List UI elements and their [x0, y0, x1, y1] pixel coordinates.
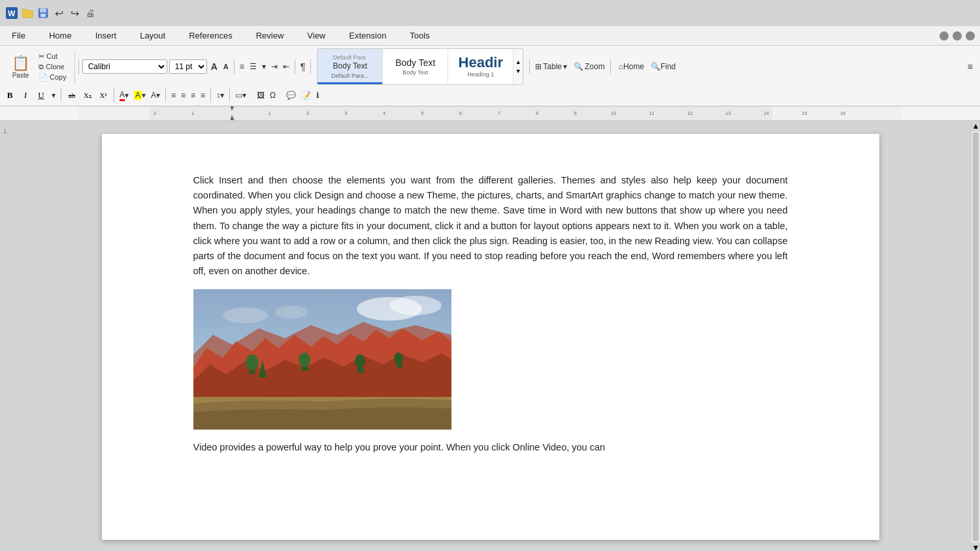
superscript-button[interactable]: X²: [96, 88, 110, 102]
scroll-down-button[interactable]: ▼: [972, 543, 980, 551]
window-maximize-icon[interactable]: [953, 31, 962, 40]
font-name-dropdown[interactable]: Calibri Arial Times New Roman: [82, 59, 167, 74]
font-controls: Calibri Arial Times New Roman 11 pt 10 p…: [82, 59, 231, 74]
window-minimize-icon[interactable]: [939, 31, 949, 40]
extra-buttons: ▭ ▾: [233, 89, 248, 101]
info-button[interactable]: ℹ: [314, 89, 321, 101]
font-size-increase-button[interactable]: A: [209, 60, 220, 73]
subscript-button[interactable]: X₂: [80, 88, 95, 102]
home-panel-button[interactable]: ⌂ Home: [617, 61, 646, 72]
menu-layout[interactable]: Layout: [128, 26, 177, 45]
menu-review[interactable]: Review: [244, 26, 296, 45]
zoom-button[interactable]: 🔍 Zoom: [572, 61, 607, 72]
line-spacing-button[interactable]: ↕ ▾: [214, 89, 226, 101]
font-color-icon: A: [120, 90, 125, 101]
find-icon: 🔍: [651, 62, 661, 71]
menu-view[interactable]: View: [295, 26, 337, 45]
font-color-button[interactable]: A ▾: [118, 89, 131, 102]
bullet-list-icon: ≡: [240, 62, 244, 71]
track-changes-icon: 📝: [301, 91, 311, 100]
track-changes-button[interactable]: 📝: [299, 89, 313, 101]
sep-fmt3: [165, 88, 166, 102]
outdent-button[interactable]: ⇤: [281, 61, 291, 72]
clone-icon: ⧉: [39, 63, 44, 71]
align-right-button[interactable]: ≡: [189, 89, 197, 101]
print-icon[interactable]: 🖨: [84, 7, 97, 20]
sep-fmt5: [229, 88, 230, 102]
font-size-dropdown[interactable]: 11 pt 10 pt 12 pt 14 pt: [169, 59, 207, 74]
paste-icon: 📋: [12, 55, 29, 72]
style-default-para-item[interactable]: Default Para Body Text Default Para...: [318, 49, 383, 84]
text-bg-color-button[interactable]: A ▾: [149, 89, 162, 101]
svg-text:2: 2: [154, 110, 156, 116]
menu-tools[interactable]: Tools: [398, 26, 441, 45]
image-insert-button[interactable]: 🖼: [255, 89, 267, 101]
default-para-preview-top: Default Para: [333, 54, 367, 61]
clipboard-sub: ✂ Cut ⧉ Clone 📄 Copy: [36, 52, 69, 82]
heading1-preview: Headir: [459, 55, 503, 70]
comment-icon: 💬: [286, 91, 296, 100]
style-heading1-item[interactable]: Headir Heading 1: [448, 49, 514, 84]
menu-file[interactable]: File: [0, 26, 37, 45]
shading-button[interactable]: ▭ ▾: [233, 89, 248, 101]
table-button[interactable]: ⊞ Table ▾: [533, 61, 569, 72]
scroll-up-button[interactable]: ▲: [972, 121, 980, 131]
paragraph-1[interactable]: Click Insert and then choose the element…: [193, 173, 788, 279]
menu-references[interactable]: References: [177, 26, 244, 45]
strikethrough-button[interactable]: ab: [65, 88, 79, 102]
copy-icon: 📄: [39, 73, 48, 82]
svg-text:2: 2: [306, 110, 309, 116]
save-icon[interactable]: [37, 7, 50, 20]
cut-icon: ✂: [39, 52, 44, 61]
clone-button[interactable]: ⧉ Clone: [36, 62, 69, 72]
folder-icon[interactable]: [21, 7, 34, 20]
italic-button[interactable]: I: [18, 88, 33, 102]
style-gallery: Default Para Body Text Default Para... B…: [317, 48, 523, 85]
menu-home[interactable]: Home: [37, 26, 84, 45]
menu-extension[interactable]: Extension: [337, 26, 398, 45]
align-left-icon: ≡: [171, 91, 176, 100]
underline-dropdown-button[interactable]: ▾: [50, 89, 57, 101]
style-body-text-item[interactable]: Body Text Body Text: [383, 49, 448, 84]
outdent-icon: ⇤: [283, 62, 289, 71]
svg-text:8: 8: [536, 110, 538, 116]
copy-button[interactable]: 📄 Copy: [36, 72, 69, 82]
show-formatting-button[interactable]: ¶: [299, 60, 308, 73]
heading1-label: Heading 1: [467, 71, 494, 78]
paste-button[interactable]: 📋 Paste: [8, 54, 33, 80]
text-format-buttons: B I U ▾ ab X₂ X²: [3, 88, 110, 102]
undo-icon[interactable]: ↩: [52, 7, 65, 20]
justify-icon: ≡: [201, 91, 205, 100]
ruler: 2 1 1 2 3 4 5 6 7 8 9 10 11 12 13 14 15 …: [0, 106, 980, 121]
align-center-button[interactable]: ≡: [179, 89, 188, 101]
document-container[interactable]: Click Insert and then choose the element…: [10, 121, 971, 551]
window-close-icon[interactable]: [966, 31, 975, 40]
justify-button[interactable]: ≡: [199, 89, 207, 101]
right-scrollbar[interactable]: ▲ ▼: [971, 121, 980, 551]
scroll-thumb[interactable]: [973, 133, 979, 541]
svg-text:7: 7: [497, 110, 500, 116]
list-dropdown-button[interactable]: ▾: [260, 61, 268, 72]
redo-icon[interactable]: ↪: [68, 7, 81, 20]
bold-button[interactable]: B: [3, 88, 17, 102]
highlight-button[interactable]: A ▾: [132, 89, 148, 101]
toolbar-expand-icon[interactable]: ≡: [966, 60, 975, 73]
bullet-list-button[interactable]: ≡: [238, 61, 246, 72]
paragraph-2[interactable]: Video provides a powerful way to help yo…: [193, 440, 788, 455]
font-size-decrease-button[interactable]: A: [221, 61, 231, 72]
special-char-button[interactable]: Ω: [268, 89, 278, 101]
find-button[interactable]: 🔍 Find: [649, 61, 678, 72]
cut-button[interactable]: ✂ Cut: [36, 52, 69, 61]
comment-button[interactable]: 💬: [284, 89, 298, 101]
indent-button[interactable]: ⇥: [269, 61, 280, 72]
menu-insert[interactable]: Insert: [84, 26, 129, 45]
align-center-icon: ≡: [181, 91, 186, 100]
numbered-list-button[interactable]: ☰: [248, 61, 259, 72]
scroll-down-icon: ▼: [515, 68, 521, 74]
highlight-icon: A: [134, 91, 142, 100]
svg-rect-4: [41, 14, 46, 17]
align-left-button[interactable]: ≡: [169, 89, 178, 101]
list-buttons: ≡ ☰ ▾ ⇥ ⇤: [238, 61, 291, 72]
underline-button[interactable]: U: [34, 88, 48, 102]
style-gallery-scroll[interactable]: ▲ ▼: [514, 49, 523, 84]
